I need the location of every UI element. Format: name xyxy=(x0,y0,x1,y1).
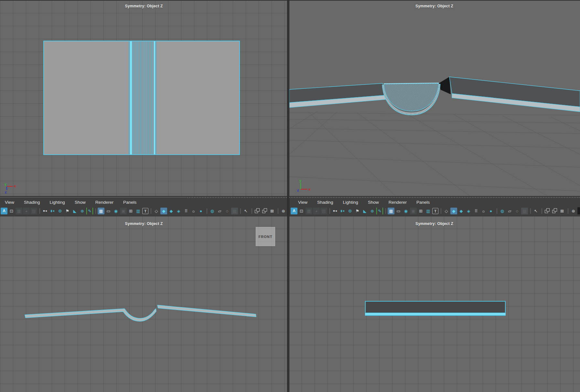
copy-layout-button[interactable] xyxy=(544,208,551,214)
camera-lock-button[interactable]: ▮◄ xyxy=(49,208,56,214)
disabled-sphere-button[interactable]: ◕ xyxy=(23,208,30,214)
persp-scene[interactable] xyxy=(289,0,580,196)
axis-x-label: x xyxy=(308,187,311,191)
grid-toggle-button[interactable]: ▦ xyxy=(98,208,104,214)
disabled-sphere-button[interactable]: ◕ xyxy=(313,208,320,214)
menu-panels[interactable]: Panels xyxy=(412,200,435,205)
camera-attributes-button[interactable]: ⚙ xyxy=(347,208,353,214)
edge-loop-band xyxy=(129,41,156,154)
bookmark-button[interactable]: ⚑ xyxy=(354,208,361,214)
menu-show[interactable]: Show xyxy=(70,200,91,205)
select-camera-button[interactable]: A xyxy=(1,208,7,214)
disabled-effects-button[interactable]: ▩ xyxy=(521,208,528,214)
pan-zoom-button[interactable]: ⊕ xyxy=(79,208,86,214)
flat-shade-button[interactable]: ◆ xyxy=(458,208,465,214)
field-chart-button[interactable]: ⊞ xyxy=(417,208,424,214)
paste-layout-button[interactable] xyxy=(551,208,558,214)
camera-button[interactable]: ■◄ xyxy=(332,208,338,214)
plane-object-front-profile[interactable] xyxy=(25,305,256,321)
wireframe-mode-button[interactable]: ◇ xyxy=(153,208,160,214)
gate-mask-button[interactable]: ▣ xyxy=(120,208,127,214)
lighting-toggle-button[interactable]: ☼ xyxy=(480,208,487,214)
camera-button[interactable]: ■◄ xyxy=(42,208,48,214)
viewport-top[interactable]: Symmetry: Object Z y x z xyxy=(0,0,288,196)
disabled-image-button[interactable]: ▦ xyxy=(306,208,312,214)
menu-shading[interactable]: Shading xyxy=(312,200,338,205)
copy-layout-button[interactable] xyxy=(254,208,261,214)
plane-object-top-view[interactable] xyxy=(43,41,240,155)
camera-attributes-button[interactable]: ⚙ xyxy=(57,208,63,214)
safe-action-button[interactable]: ▥ xyxy=(425,208,432,214)
textured-mode-button[interactable]: ◈ xyxy=(465,208,472,214)
light-button[interactable]: ● xyxy=(488,208,494,214)
grease-pencil-button[interactable]: ✎ xyxy=(376,208,383,214)
film-gate-button[interactable]: ▭ xyxy=(395,208,402,214)
menu-shading[interactable]: Shading xyxy=(19,200,45,205)
field-chart-button[interactable]: ⊞ xyxy=(127,208,134,214)
panel-menu: ViewShadingLightingShowRendererPanels xyxy=(289,198,580,206)
menu-panels[interactable]: Panels xyxy=(118,200,141,205)
image-plane-button[interactable]: ◣ xyxy=(71,208,78,214)
default-material-button[interactable]: ⠿ xyxy=(473,208,479,214)
image-plane-button[interactable]: ◣ xyxy=(361,208,368,214)
shadows-button[interactable]: ◍ xyxy=(499,208,506,214)
disabled-effects-button[interactable]: ▩ xyxy=(231,208,238,214)
pan-zoom-button[interactable]: ⊕ xyxy=(369,208,376,214)
viewport-side[interactable]: Symmetry: Object Z xyxy=(289,216,580,392)
viewport-divider[interactable] xyxy=(287,0,289,392)
flat-shade-button[interactable]: ◆ xyxy=(168,208,175,214)
menu-show[interactable]: Show xyxy=(363,200,384,205)
default-material-button[interactable]: ⠿ xyxy=(183,208,189,214)
lighting-toggle-button[interactable]: ☼ xyxy=(190,208,197,214)
viewport-persp[interactable]: Symmetry: Object Z xyxy=(289,0,580,196)
wireframe-mode-button[interactable]: ◇ xyxy=(443,208,450,214)
resolution-gate-button[interactable]: ◉ xyxy=(113,208,119,214)
menu-lighting[interactable]: Lighting xyxy=(338,200,363,205)
grid-toggle-button[interactable]: ▦ xyxy=(388,208,394,214)
safe-action-button[interactable]: ▥ xyxy=(135,208,142,214)
shaded-mode-button[interactable]: ◆ xyxy=(450,208,457,214)
menu-view[interactable]: View xyxy=(293,200,312,205)
safe-title-button[interactable]: T xyxy=(142,208,148,214)
persp-floor-grid xyxy=(289,111,580,196)
film-gate-button[interactable]: ▭ xyxy=(105,208,112,214)
camera-lock-button[interactable]: ▮◄ xyxy=(339,208,346,214)
plane-object-side-view[interactable] xyxy=(365,301,506,313)
shutter-button[interactable]: ⊛ xyxy=(570,208,577,214)
bookmark-button[interactable]: ⚑ xyxy=(64,208,71,214)
menu-lighting[interactable]: Lighting xyxy=(45,200,70,205)
light-button[interactable]: ● xyxy=(198,208,204,214)
plane-object-persp[interactable] xyxy=(289,77,580,115)
motion-blur-button[interactable]: ▱ xyxy=(506,208,513,214)
menu-renderer[interactable]: Renderer xyxy=(384,200,412,205)
safe-title-button[interactable]: T xyxy=(432,208,438,214)
disabled-image-button[interactable]: ▦ xyxy=(16,208,22,214)
grease-pencil-button[interactable]: ✎ xyxy=(86,208,93,214)
viewport-front[interactable]: Symmetry: Object Z FRONT xyxy=(0,216,288,392)
frame-selection-button[interactable]: ⊡ xyxy=(8,208,15,214)
menu-view[interactable]: View xyxy=(0,200,19,205)
front-profile-scene[interactable] xyxy=(0,216,288,392)
select-camera-button[interactable]: A xyxy=(291,208,297,214)
gate-mask-button[interactable]: ▣ xyxy=(410,208,417,214)
disabled-snapshot-button[interactable]: ▤ xyxy=(30,208,37,214)
motion-blur-button[interactable]: ▱ xyxy=(216,208,223,214)
anti-alias-button[interactable]: ◌ xyxy=(224,208,231,214)
shadows-button[interactable]: ◍ xyxy=(209,208,216,214)
frame-selection-button[interactable]: ⊡ xyxy=(298,208,305,214)
paste-layout-button[interactable] xyxy=(261,208,268,214)
disabled-snapshot-button[interactable]: ▤ xyxy=(320,208,327,214)
resolution-gate-button[interactable]: ◉ xyxy=(403,208,409,214)
select-tool-button[interactable]: ↖ xyxy=(532,208,539,214)
symmetry-status-label: Symmetry: Object Z xyxy=(289,222,580,226)
tearoff-panel-button[interactable]: ⊠ xyxy=(269,208,275,214)
symmetry-status-label: Symmetry: Object Z xyxy=(289,4,580,8)
shaded-mode-button[interactable]: ◆ xyxy=(160,208,167,214)
menu-renderer[interactable]: Renderer xyxy=(91,200,118,205)
textured-mode-button[interactable]: ◈ xyxy=(175,208,182,214)
anti-alias-button[interactable]: ◌ xyxy=(514,208,521,214)
select-tool-button[interactable]: ↖ xyxy=(242,208,249,214)
shutter-button[interactable]: ⊛ xyxy=(280,208,287,214)
tearoff-panel-button[interactable]: ⊠ xyxy=(559,208,565,214)
view-orientation-badge[interactable]: FRONT xyxy=(256,227,275,246)
